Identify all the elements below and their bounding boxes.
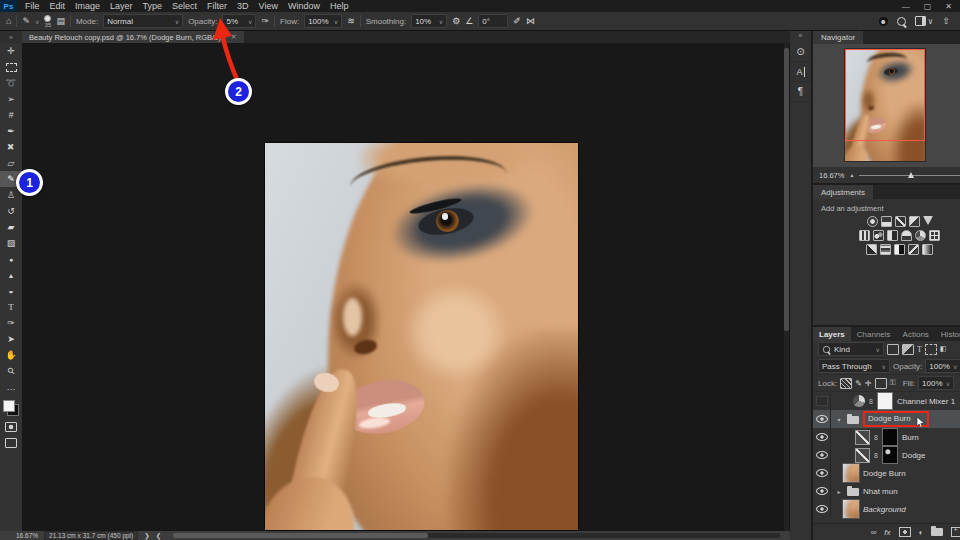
account-icon[interactable]: ☻ xyxy=(879,17,888,26)
visibility-toggle[interactable] xyxy=(813,482,831,500)
eraser-tool[interactable]: ▰ xyxy=(0,219,22,235)
filter-pixel-layers-icon[interactable] xyxy=(887,344,899,355)
lasso-tool[interactable]: ➰ xyxy=(0,75,22,91)
menu-type[interactable]: Type xyxy=(138,0,168,12)
menu-help[interactable]: Help xyxy=(325,0,354,12)
crop-tool[interactable]: # xyxy=(0,107,22,123)
levels-icon[interactable] xyxy=(881,216,892,227)
patch-tool[interactable]: ▱ xyxy=(0,155,22,171)
navigator-zoom-value[interactable]: 16.67% xyxy=(819,171,844,180)
posterize-icon[interactable] xyxy=(880,244,891,255)
hue-saturation-icon[interactable] xyxy=(859,230,870,241)
add-mask-icon[interactable] xyxy=(899,527,911,537)
home-icon[interactable]: ⌂ xyxy=(6,16,11,26)
canvas-area[interactable] xyxy=(22,43,790,531)
status-next-icon[interactable]: ❯ xyxy=(144,532,149,540)
layer-row-dodge[interactable]: 8 Dodge xyxy=(813,446,960,464)
color-balance-icon[interactable] xyxy=(873,230,884,241)
lock-pixels-icon[interactable]: ✎ xyxy=(855,379,862,388)
exposure-icon[interactable] xyxy=(909,216,920,227)
gradient-tool[interactable]: ▨ xyxy=(0,235,22,251)
dodge-tool[interactable]: ◒ xyxy=(0,283,22,299)
expand-panels-icon[interactable]: « xyxy=(799,32,803,42)
hand-tool[interactable]: ✋ xyxy=(0,347,22,363)
layer-mask-thumbnail[interactable] xyxy=(882,446,898,464)
visibility-toggle[interactable] xyxy=(813,392,831,410)
canvas-image[interactable] xyxy=(265,143,578,530)
zoom-tool[interactable]: ⚲ xyxy=(0,363,22,379)
path-selection-tool[interactable]: ➤ xyxy=(0,331,22,347)
link-layers-icon[interactable]: ∞ xyxy=(871,528,877,537)
pressure-opacity-icon[interactable]: ✑ xyxy=(261,16,269,26)
foreground-color-swatch[interactable] xyxy=(3,400,15,412)
layer-name[interactable]: Burn xyxy=(902,433,919,442)
new-layer-icon[interactable] xyxy=(951,527,960,537)
menu-select[interactable]: Select xyxy=(167,0,202,12)
restore-button[interactable]: ▢ xyxy=(924,2,932,11)
info-panel-icon[interactable]: ⊙ xyxy=(790,42,811,62)
curves-icon[interactable] xyxy=(895,216,906,227)
horizontal-scrollbar[interactable] xyxy=(173,533,780,538)
navigator-view-box[interactable] xyxy=(845,49,925,141)
layer-mask-thumbnail[interactable] xyxy=(877,392,893,410)
brush-preset-chevron-icon[interactable]: ∨ xyxy=(35,15,39,27)
layer-row-nhat-mun-group[interactable]: ▸ Nhat mun xyxy=(813,482,960,500)
layer-name[interactable]: Background xyxy=(863,505,906,514)
smoothing-select[interactable]: 10% ∨ xyxy=(411,14,447,28)
threshold-icon[interactable] xyxy=(894,244,905,255)
symmetry-icon[interactable]: ⋈ xyxy=(526,16,535,26)
tab-navigator[interactable]: Navigator xyxy=(813,30,863,44)
status-zoom-value[interactable]: 16.67% xyxy=(16,532,38,539)
slider-thumb[interactable] xyxy=(908,172,914,178)
horizontal-scrollbar-thumb[interactable] xyxy=(173,533,428,538)
toolbar-collapse-icon[interactable]: » xyxy=(0,31,22,43)
visibility-toggle[interactable] xyxy=(813,464,831,482)
visibility-toggle[interactable] xyxy=(813,500,831,518)
visibility-toggle[interactable] xyxy=(813,428,831,446)
quick-mask-button[interactable] xyxy=(5,422,17,432)
black-white-icon[interactable] xyxy=(887,230,898,241)
filter-shape-layers-icon[interactable] xyxy=(925,344,937,355)
tab-layers[interactable]: Layers xyxy=(813,327,851,341)
color-lookup-icon[interactable] xyxy=(929,230,940,241)
visibility-toggle[interactable] xyxy=(813,410,831,428)
vertical-scrollbar[interactable] xyxy=(784,43,789,531)
group-collapsed-icon[interactable]: ▸ xyxy=(835,488,843,495)
layer-row-background[interactable]: Background xyxy=(813,500,960,518)
layer-thumbnail[interactable] xyxy=(843,500,859,518)
search-icon[interactable] xyxy=(897,17,906,26)
menu-image[interactable]: Image xyxy=(70,0,105,12)
layer-style-icon[interactable]: fx xyxy=(884,528,890,537)
move-tool[interactable]: ✛ xyxy=(0,43,22,59)
tab-adjustments[interactable]: Adjustments xyxy=(813,185,873,199)
layer-opacity-select[interactable]: 100% ∨ xyxy=(925,359,960,373)
flow-select[interactable]: 100% ∨ xyxy=(304,14,342,28)
type-tool[interactable]: T xyxy=(0,299,22,315)
history-brush-tool[interactable]: ↺ xyxy=(0,203,22,219)
close-button[interactable]: ✕ xyxy=(945,2,952,11)
workspace-switcher[interactable]: ∨ xyxy=(915,16,934,26)
vibrance-icon[interactable] xyxy=(923,216,933,225)
screen-mode-button[interactable] xyxy=(5,438,17,448)
marquee-tool[interactable] xyxy=(0,59,22,75)
brightness-contrast-icon[interactable] xyxy=(867,216,878,227)
layer-row-dodge-burn-image[interactable]: Dodge Burn xyxy=(813,464,960,482)
brush-angle-field[interactable]: 0° xyxy=(478,14,508,28)
tab-history[interactable]: History xyxy=(935,327,960,341)
group-expand-icon[interactable]: ▾ xyxy=(835,416,843,423)
layer-name[interactable]: Dodge Burn xyxy=(863,411,929,427)
menu-file[interactable]: File xyxy=(20,0,45,12)
lock-transparency-icon[interactable] xyxy=(840,378,852,389)
gradient-map-icon[interactable] xyxy=(922,244,933,255)
layer-row-dodge-burn-group[interactable]: ▾ Dodge Burn xyxy=(813,410,960,428)
filter-type-layers-icon[interactable]: T xyxy=(917,345,922,354)
menu-view[interactable]: View xyxy=(254,0,283,12)
layer-mask-thumbnail[interactable] xyxy=(882,428,898,446)
fill-select[interactable]: 100% ∨ xyxy=(918,376,954,390)
lock-all-icon[interactable]: ⚿ xyxy=(890,378,896,388)
vertical-scrollbar-thumb[interactable] xyxy=(784,48,789,331)
share-icon[interactable]: ⇧ xyxy=(942,16,950,26)
paragraph-panel-icon[interactable]: ¶ xyxy=(790,82,811,102)
mode-select[interactable]: Normal ∨ xyxy=(103,14,183,28)
layer-thumbnail[interactable] xyxy=(843,464,859,482)
